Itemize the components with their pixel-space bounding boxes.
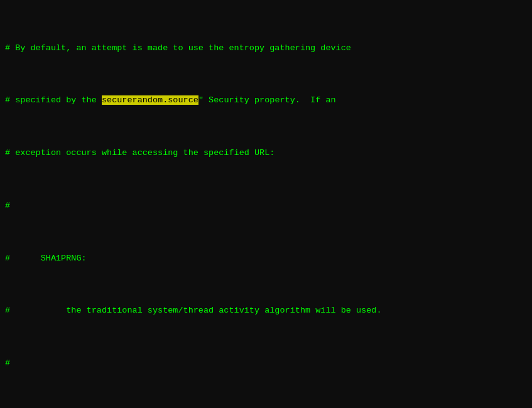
- code-line: # specified by the securerandom.source" …: [5, 94, 527, 107]
- code-line: # the traditional system/thread activity…: [5, 304, 527, 318]
- code-line: #: [5, 357, 527, 370]
- code-line: # By default, an attempt is made to use …: [5, 42, 527, 55]
- highlight-securerandom-1: securerandom.source: [102, 95, 198, 105]
- code-line: #: [5, 200, 527, 213]
- code-line: # SHA1PRNG:: [5, 252, 527, 266]
- code-editor: # By default, an attempt is made to use …: [0, 0, 532, 408]
- code-line: # exception occurs while accessing the s…: [5, 147, 527, 160]
